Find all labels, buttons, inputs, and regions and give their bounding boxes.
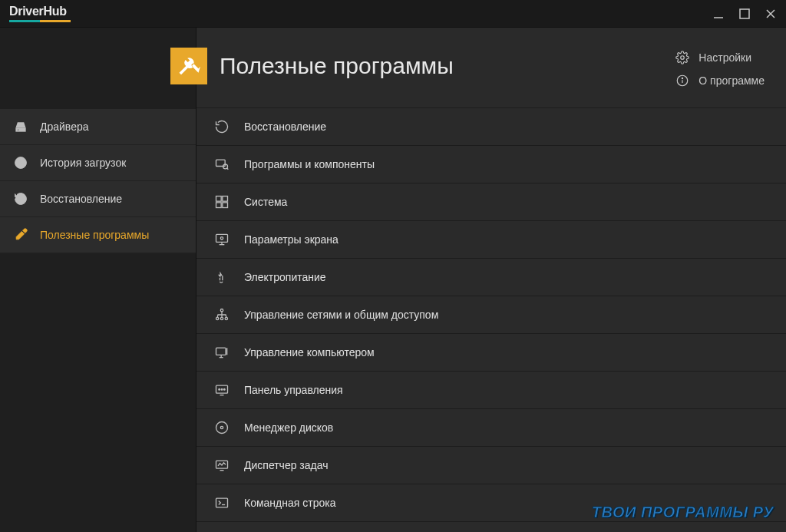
about-link[interactable]: О программе: [675, 74, 765, 88]
sidebar-item-restore[interactable]: Восстановление: [0, 181, 196, 217]
clock-icon: [12, 154, 29, 171]
info-icon: [675, 74, 689, 88]
svg-point-6: [681, 56, 685, 60]
app-name: DriverHub: [9, 5, 71, 18]
tool-label: Восстановление: [244, 121, 326, 133]
tool-item-programs[interactable]: Программы и компоненты: [196, 145, 786, 183]
settings-label: Настройки: [698, 51, 751, 64]
logo-accent: [9, 20, 71, 22]
svg-point-21: [216, 317, 219, 319]
task-manager-icon: [213, 457, 230, 474]
power-icon: [213, 269, 230, 286]
svg-rect-16: [216, 234, 228, 242]
terminal-icon: [213, 494, 230, 511]
minimize-button[interactable]: [712, 8, 725, 20]
close-button[interactable]: [765, 8, 777, 20]
svg-point-34: [220, 426, 223, 428]
svg-rect-24: [216, 348, 226, 355]
svg-point-22: [220, 317, 223, 319]
maximize-button[interactable]: [738, 8, 751, 20]
drive-icon: [12, 118, 29, 135]
window-controls: [712, 8, 777, 20]
sidebar: Драйвера История загрузок Восстановление…: [0, 28, 196, 532]
sidebar-item-label: Полезные программы: [40, 229, 149, 241]
sidebar-item-history[interactable]: История загрузок: [0, 145, 196, 181]
svg-point-29: [219, 388, 220, 390]
page-title-wrap: Полезные программы: [170, 48, 454, 84]
tool-label: Командная строка: [244, 497, 335, 509]
tool-label: Диспетчер задач: [244, 459, 329, 471]
tool-item-control-panel[interactable]: Панель управления: [196, 371, 786, 408]
display-icon: [213, 231, 230, 248]
svg-rect-37: [216, 498, 228, 507]
sidebar-item-label: История загрузок: [40, 157, 126, 169]
tool-label: Система: [244, 196, 287, 208]
about-label: О программе: [698, 74, 765, 87]
watermark: ТВОИ ПРОГРАММЫ РУ: [592, 504, 774, 521]
sidebar-item-tools[interactable]: Полезные программы: [0, 217, 196, 253]
tool-item-power[interactable]: Электропитание: [196, 258, 786, 296]
tool-list: Восстановление Программы и компоненты Си…: [196, 107, 786, 532]
tool-label: Управление компьютером: [244, 346, 375, 359]
tool-item-restore[interactable]: Восстановление: [196, 107, 786, 145]
svg-rect-15: [223, 203, 228, 208]
gear-icon: [675, 51, 689, 64]
tool-label: Управление сетями и общим доступом: [244, 309, 438, 321]
sidebar-item-drivers[interactable]: Драйвера: [0, 109, 196, 145]
tool-item-system[interactable]: Система: [196, 183, 786, 220]
windows-icon: [213, 193, 230, 210]
page-title: Полезные программы: [220, 53, 454, 79]
control-panel-icon: [213, 382, 230, 398]
tool-item-disk-manager[interactable]: Менеджер дисков: [196, 408, 786, 446]
disc-icon: [213, 419, 230, 436]
tools-icon: [170, 48, 207, 84]
svg-point-23: [225, 317, 227, 319]
header-links: Настройки О программе: [675, 51, 765, 88]
tools-icon: [12, 226, 29, 243]
tool-label: Программы и компоненты: [244, 158, 375, 170]
main-panel: Полезные программы Настройки О программе: [196, 28, 786, 532]
svg-rect-14: [216, 203, 222, 208]
tool-item-task-manager[interactable]: Диспетчер задач: [196, 446, 786, 484]
svg-point-33: [216, 422, 228, 434]
sidebar-item-label: Драйвера: [40, 121, 89, 133]
svg-point-30: [221, 388, 223, 390]
settings-link[interactable]: Настройки: [675, 51, 765, 64]
tool-item-display[interactable]: Параметры экрана: [196, 220, 786, 258]
header-row: Полезные программы Настройки О программе: [196, 28, 786, 107]
restore-icon: [12, 190, 29, 207]
tool-item-network[interactable]: Управление сетями и общим доступом: [196, 296, 786, 333]
svg-point-9: [682, 78, 683, 78]
svg-rect-13: [223, 197, 228, 202]
tool-label: Панель управления: [244, 384, 343, 396]
tool-label: Параметры экрана: [244, 233, 339, 246]
svg-point-31: [224, 388, 226, 390]
computer-icon: [213, 344, 230, 361]
network-icon: [213, 306, 230, 323]
tool-label: Менеджер дисков: [244, 421, 333, 434]
sidebar-item-label: Восстановление: [40, 193, 122, 205]
restore-icon: [213, 118, 230, 135]
svg-point-4: [18, 129, 19, 131]
app-logo: DriverHub: [9, 5, 71, 22]
svg-point-20: [220, 309, 223, 312]
programs-icon: [213, 156, 230, 173]
svg-point-17: [220, 237, 223, 240]
titlebar: DriverHub: [0, 0, 786, 28]
svg-rect-12: [216, 197, 222, 202]
svg-rect-1: [740, 9, 749, 18]
tool-item-computer-mgmt[interactable]: Управление компьютером: [196, 333, 786, 371]
tool-label: Электропитание: [244, 271, 326, 283]
